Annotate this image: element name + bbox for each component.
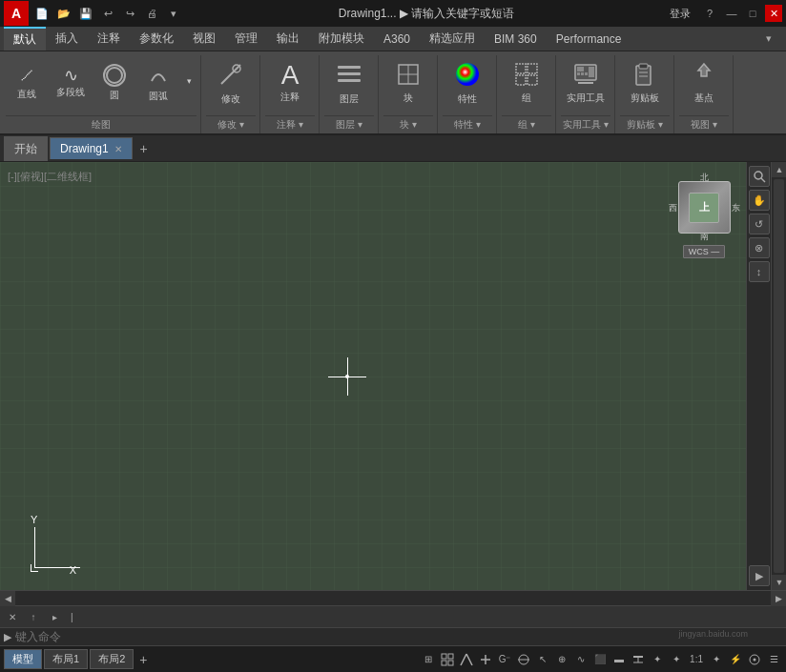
annotscale-btn[interactable]: ✦ xyxy=(668,651,685,668)
ribbon-tabs: 默认 插入 注释 参数化 视图 管理 输出 附加模块 A360 精选应用 BIM… xyxy=(0,27,786,51)
showmotion-tool[interactable]: ⊗ xyxy=(749,237,770,258)
ortho-btn[interactable] xyxy=(477,651,494,668)
tab-bim360[interactable]: BIM 360 xyxy=(485,27,547,51)
status-bar: 模型 布局1 布局2 + ⊞ G⁻ ↖ ⊕ ∿ ⬛ ▬ ✦ ✦ 1:1 ✦ ⚡ … xyxy=(0,645,786,672)
utilities-icon xyxy=(572,61,599,90)
properties-tool[interactable]: 特性 xyxy=(443,57,492,109)
scroll-down-btn[interactable]: ▼ xyxy=(772,575,786,590)
pan-tool[interactable]: ✋ xyxy=(749,190,770,211)
vertical-scrollbar[interactable]: ▲ ▼ xyxy=(771,162,786,590)
minimize-btn[interactable]: — xyxy=(723,5,740,22)
modify-tool[interactable]: 修改 xyxy=(206,57,256,109)
lweight-btn[interactable]: ▬ xyxy=(610,651,628,668)
open-btn[interactable]: 📂 xyxy=(54,4,73,23)
axes-indicator: Y X xyxy=(10,514,76,576)
zoom-tool[interactable] xyxy=(749,166,770,187)
tab-performance[interactable]: Performance xyxy=(547,27,631,51)
ui-btn[interactable]: ☰ xyxy=(765,651,782,668)
tspace-btn[interactable] xyxy=(630,651,647,668)
utilities-tool[interactable]: 实用工具 xyxy=(561,57,610,109)
new-file-btn[interactable]: 📄 xyxy=(32,4,52,23)
extra-qa-btn[interactable]: ▾ xyxy=(164,4,183,23)
tab-addons[interactable]: 附加模块 xyxy=(309,27,374,51)
otrack-btn[interactable]: ⊕ xyxy=(553,651,570,668)
close-btn[interactable]: ✕ xyxy=(765,5,782,22)
clipboard-icon xyxy=(631,61,658,90)
properties-group: 特性 特性 ▾ xyxy=(439,55,497,133)
block-tool[interactable]: 块 xyxy=(383,57,433,109)
3dosnap-btn[interactable]: ↖ xyxy=(534,651,551,668)
doc-tab-drawing1[interactable]: Drawing1 ✕ xyxy=(50,137,133,159)
doc-tab-close-drawing1[interactable]: ✕ xyxy=(114,144,122,154)
tab-default[interactable]: 默认 xyxy=(4,27,46,51)
tab-a360[interactable]: A360 xyxy=(374,27,420,51)
tab-insert[interactable]: 插入 xyxy=(46,27,88,51)
add-layout-btn[interactable]: + xyxy=(135,652,151,667)
scroll-up-btn[interactable]: ▲ xyxy=(772,162,786,177)
select-btn[interactable]: ✦ xyxy=(649,651,666,668)
canvas-area[interactable]: [-][俯视][二维线框] Y X xyxy=(0,162,771,590)
tab-featured[interactable]: 精选应用 xyxy=(420,27,485,51)
redo-btn[interactable]: ↪ xyxy=(120,4,139,23)
layout1-tab[interactable]: 布局1 xyxy=(44,649,88,669)
circle-tool[interactable]: 圆 xyxy=(93,57,135,109)
group-tool[interactable]: 组 xyxy=(502,57,551,109)
svg-point-0 xyxy=(107,68,122,83)
v-scroll-thumb[interactable] xyxy=(774,179,784,573)
ribbon-extra-btn[interactable]: ▾ xyxy=(759,30,778,49)
horizontal-scrollbar[interactable]: ◀ ▶ xyxy=(0,590,786,605)
basepoint-tool[interactable]: 基点 xyxy=(679,57,729,109)
tab-manage[interactable]: 管理 xyxy=(225,27,267,51)
doc-tab-add-btn[interactable]: + xyxy=(134,139,154,158)
cmd-up-btn[interactable]: ↑ xyxy=(25,608,42,625)
cmd-close-btn[interactable]: ✕ xyxy=(4,608,21,625)
save-btn[interactable]: 💾 xyxy=(76,4,95,23)
maximize-btn[interactable]: □ xyxy=(744,5,761,22)
dyn-btn[interactable]: ⬛ xyxy=(591,651,609,668)
autocad-logo[interactable]: A xyxy=(4,1,29,26)
autoscale-btn[interactable]: ⚡ xyxy=(727,651,744,668)
line-tool[interactable]: ⟋ 直线 xyxy=(6,57,48,109)
scroll-right-btn[interactable]: ▶ xyxy=(771,591,786,606)
clipboard-tool[interactable]: 剪贴板 xyxy=(620,57,670,109)
svg-line-1 xyxy=(221,65,240,84)
cmd-input-row: ▶ xyxy=(0,628,786,645)
tab-view[interactable]: 视图 xyxy=(183,27,225,51)
osnap-btn[interactable] xyxy=(515,651,532,668)
canvas-grid xyxy=(0,162,771,590)
grid-btn[interactable] xyxy=(439,651,456,668)
modify-group-label: 修改 ▾ xyxy=(206,115,256,133)
tab-output[interactable]: 输出 xyxy=(267,27,309,51)
wcs-button[interactable]: WCS — xyxy=(683,245,726,258)
nav-cube[interactable]: 上 xyxy=(678,181,731,234)
viewcube-area[interactable]: 北 南 东 西 上 WCS — xyxy=(666,172,742,276)
3d-tool[interactable]: ↕ xyxy=(749,261,770,282)
ducs-btn[interactable]: ∿ xyxy=(572,651,590,668)
plot-btn[interactable]: 🖨 xyxy=(142,4,161,23)
snap-btn[interactable] xyxy=(458,651,475,668)
annotation-tool[interactable]: A 注释 xyxy=(265,57,315,109)
cmd-forward-btn[interactable]: ▸ xyxy=(46,608,63,625)
draw-extra-btn[interactable]: ▾ xyxy=(181,57,196,105)
svg-rect-28 xyxy=(442,654,446,659)
tab-parametric[interactable]: 参数化 xyxy=(130,27,183,51)
cmd-input[interactable] xyxy=(15,630,782,643)
ws-btn[interactable] xyxy=(746,651,763,668)
undo-btn[interactable]: ↩ xyxy=(98,4,117,23)
polar-btn[interactable]: G⁻ xyxy=(496,651,513,668)
cube-center-label: 上 xyxy=(699,200,710,214)
layout2-tab[interactable]: 布局2 xyxy=(90,649,134,669)
arc-tool[interactable]: 圆弧 xyxy=(137,57,179,109)
polyline-tool[interactable]: ∿ 多段线 xyxy=(50,57,92,109)
model-tab[interactable]: 模型 xyxy=(4,649,42,669)
layer-tool[interactable]: 图层 xyxy=(324,57,374,109)
play-tool[interactable]: ▶ xyxy=(749,565,770,586)
orbit-tool[interactable]: ↺ xyxy=(749,214,770,234)
tab-annotation[interactable]: 注释 xyxy=(88,27,130,51)
doc-tab-start[interactable]: 开始 xyxy=(4,136,48,161)
login-link[interactable]: 登录 xyxy=(670,7,691,21)
annotation-vis-btn[interactable]: ✦ xyxy=(708,651,725,668)
scroll-left-btn[interactable]: ◀ xyxy=(0,591,15,606)
model-space-btn[interactable]: ⊞ xyxy=(420,651,437,668)
help-btn[interactable]: ? xyxy=(700,4,719,23)
